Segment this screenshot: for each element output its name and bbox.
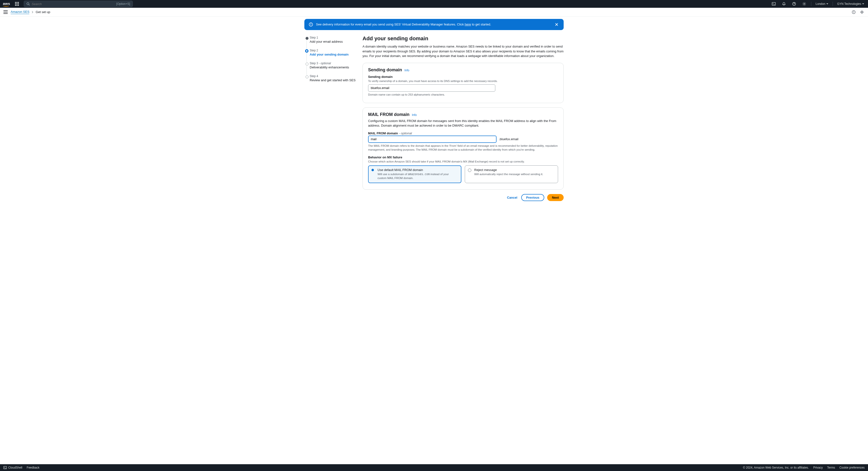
- info-link[interactable]: Info: [412, 113, 417, 117]
- panel-title: Sending domain: [368, 67, 402, 72]
- tutorials-icon[interactable]: [859, 9, 865, 15]
- mailfrom-description: Configuring a custom MAIL FROM domain fo…: [368, 119, 558, 128]
- wizard-step-3[interactable]: Step 3 - optional Deliverability enhance…: [304, 62, 358, 69]
- mailfrom-label: MAIL FROM domain - optional: [368, 131, 558, 135]
- copyright: © 2024, Amazon Web Services, Inc. or its…: [743, 466, 809, 469]
- service-subheader: Amazon SES Get set up: [0, 8, 868, 17]
- aws-logo[interactable]: aws: [3, 1, 10, 6]
- page-title: Add your sending domain: [363, 35, 564, 42]
- svg-rect-15: [4, 466, 6, 469]
- svg-point-0: [27, 3, 29, 5]
- page-body: See delivery information for every email…: [0, 17, 868, 464]
- mx-behavior-sublabel: Choose which action Amazon SES should ta…: [368, 159, 558, 164]
- chevron-right-icon: [31, 11, 34, 13]
- wizard-step-2[interactable]: Step 2 Add your sending domain: [304, 49, 358, 56]
- banner-close[interactable]: [554, 22, 559, 27]
- search-input[interactable]: [32, 2, 114, 6]
- wizard-actions: Cancel Previous Next: [363, 194, 564, 201]
- caret-down-icon: [862, 3, 864, 4]
- mx-option-default[interactable]: Use default MAIL FROM domain Will use a …: [368, 166, 461, 183]
- settings-icon[interactable]: [801, 0, 808, 7]
- info-banner: See delivery information for every email…: [304, 19, 564, 30]
- cancel-button[interactable]: Cancel: [506, 194, 518, 201]
- cloudshell-link[interactable]: CloudShell: [3, 466, 22, 469]
- wizard-content: Add your sending domain A domain identit…: [363, 35, 564, 201]
- radio-icon: [371, 169, 374, 171]
- svg-rect-2: [772, 2, 775, 5]
- breadcrumb-root[interactable]: Amazon SES: [11, 10, 29, 14]
- side-nav-toggle[interactable]: [3, 10, 8, 14]
- terms-link[interactable]: Terms: [827, 466, 835, 469]
- cookies-link[interactable]: Cookie preferences: [839, 466, 865, 469]
- mx-behavior-label: Behavior on MX failure: [368, 155, 558, 159]
- close-icon: [555, 23, 558, 26]
- info-icon: [309, 22, 313, 27]
- radio-icon: [468, 169, 471, 172]
- cloudshell-icon[interactable]: [770, 0, 777, 7]
- caret-down-icon: [826, 3, 828, 4]
- sending-domain-input[interactable]: [368, 84, 495, 92]
- wizard-step-1[interactable]: Step 1 Add your email address: [304, 36, 358, 43]
- banner-link[interactable]: here: [465, 23, 471, 26]
- notifications-icon[interactable]: [780, 0, 787, 7]
- banner-text: See delivery information for every email…: [316, 22, 551, 27]
- svg-marker-8: [861, 11, 863, 13]
- page-description: A domain identity usually matches your w…: [363, 44, 564, 58]
- global-footer: CloudShell Feedback © 2024, Amazon Web S…: [0, 464, 868, 471]
- help-icon[interactable]: [791, 0, 798, 7]
- next-button[interactable]: Next: [547, 194, 564, 201]
- svg-point-9: [862, 12, 862, 12]
- mailfrom-input[interactable]: [368, 136, 497, 143]
- wizard-step-4[interactable]: Step 4 Review and get started with SES: [304, 75, 358, 82]
- help-panel-icon[interactable]: [851, 9, 856, 15]
- global-nav: aws [Option+S] London GYN Technologies: [0, 0, 868, 8]
- account-selector[interactable]: GYN Technologies: [836, 2, 865, 6]
- search-shortcut: [Option+S]: [116, 2, 130, 6]
- sending-domain-panel: Sending domain Info Sending domain To ve…: [363, 63, 564, 103]
- sending-domain-sublabel: To verify ownership of a domain, you mus…: [368, 79, 558, 83]
- feedback-link[interactable]: Feedback: [27, 466, 39, 469]
- svg-point-4: [804, 3, 805, 4]
- breadcrumb-current: Get set up: [36, 10, 50, 14]
- privacy-link[interactable]: Privacy: [813, 466, 823, 469]
- mx-option-reject[interactable]: Reject message Will automatically reject…: [465, 166, 558, 183]
- services-grid-icon[interactable]: [13, 0, 20, 7]
- mailfrom-hint: The MAIL FROM domain refers to the domai…: [368, 144, 558, 152]
- search-icon: [26, 2, 30, 6]
- sending-domain-label: Sending domain: [368, 75, 558, 79]
- breadcrumb: Amazon SES Get set up: [11, 10, 50, 14]
- wizard-nav: Step 1 Add your email address Step 2 Add…: [304, 35, 358, 87]
- info-link[interactable]: Info: [404, 69, 409, 72]
- panel-title: MAIL FROM domain: [368, 112, 409, 117]
- previous-button[interactable]: Previous: [521, 194, 544, 201]
- cloudshell-icon: [3, 466, 7, 469]
- sending-domain-hint: Domain name can contain up to 253 alphan…: [368, 93, 558, 96]
- svg-line-1: [29, 5, 30, 6]
- mailfrom-suffix: .bluefox.email: [499, 137, 518, 141]
- mailfrom-panel: MAIL FROM domain Info Configuring a cust…: [363, 108, 564, 190]
- region-selector[interactable]: London: [815, 2, 829, 6]
- global-search[interactable]: [Option+S]: [24, 1, 133, 7]
